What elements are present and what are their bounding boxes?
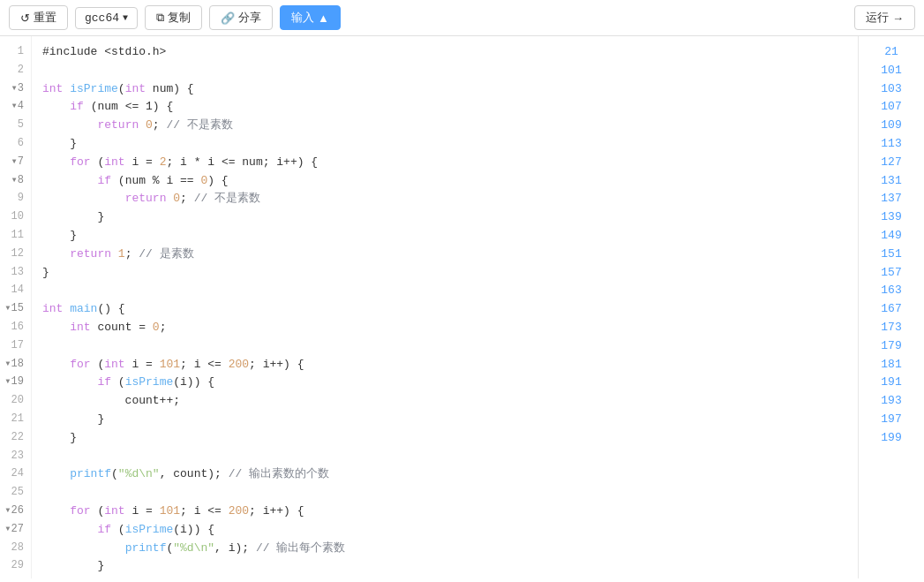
line-num-22: 22 [0, 429, 31, 448]
output-value: 139 [859, 208, 924, 227]
output-value: 197 [859, 411, 924, 429]
chevron-down-icon: ▼ [123, 13, 128, 23]
line-num-19: ▾19 [0, 374, 31, 392]
line-num-28: 28 [0, 540, 31, 558]
code-editor[interactable]: 1 2▾3▾4 5 6▾7▾8 9 10 11 12 13 14▾15 16 1… [0, 36, 858, 578]
line-num-4: ▾4 [0, 98, 31, 117]
share-button[interactable]: 🔗 分享 [209, 5, 273, 30]
toolbar: ↺ 重置 gcc64 ▼ ⧉ 复制 🔗 分享 输入 ▲ 运行 → [0, 0, 924, 36]
line-num-20: 20 [0, 392, 31, 411]
line-num-11: 11 [0, 227, 31, 246]
run-arrow-icon: → [892, 11, 904, 25]
reset-label: 重置 [34, 10, 56, 26]
compiler-selector[interactable]: gcc64 ▼ [75, 7, 138, 29]
line-numbers: 1 2▾3▾4 5 6▾7▾8 9 10 11 12 13 14▾15 16 1… [0, 36, 32, 578]
code-line-30: } [39, 576, 858, 578]
output-value: 163 [859, 282, 924, 300]
output-panel: 2110110310710911312713113713914915115716… [858, 36, 924, 578]
output-value: 151 [859, 246, 924, 264]
app-container: ↺ 重置 gcc64 ▼ ⧉ 复制 🔗 分享 输入 ▲ 运行 → 1 2▾3▾4… [0, 0, 924, 578]
output-value: 127 [859, 154, 924, 172]
line-num-8: ▾8 [0, 172, 31, 191]
output-value: 137 [859, 190, 924, 208]
line-num-17: 17 [0, 337, 31, 356]
code-line-12: return 1; // 是素数 [39, 246, 858, 264]
line-num-26: ▾26 [0, 503, 31, 521]
line-num-2: 2 [0, 62, 31, 80]
output-value: 103 [859, 80, 924, 99]
run-button[interactable]: 运行 → [854, 5, 915, 30]
chevron-up-icon: ▲ [318, 11, 329, 25]
code-line-11: } [39, 227, 858, 246]
line-num-25: 25 [0, 484, 31, 503]
code-line-21: } [39, 411, 858, 429]
output-value: 113 [859, 135, 924, 154]
code-line-1: #include <stdio.h> [39, 43, 858, 62]
code-content[interactable]: #include <stdio.h> int isPrime(int num) … [32, 36, 858, 578]
copy-icon: ⧉ [156, 11, 164, 25]
run-label: 运行 [866, 10, 889, 26]
line-num-15: ▾15 [0, 300, 31, 319]
line-num-27: ▾27 [0, 521, 31, 540]
input-label: 输入 [291, 10, 314, 26]
input-button[interactable]: 输入 ▲ [280, 5, 341, 30]
line-num-21: 21 [0, 411, 31, 429]
output-value: 173 [859, 319, 924, 337]
code-line-27: if (isPrime(i)) { [39, 521, 858, 540]
code-line-14 [39, 282, 858, 300]
code-line-19: if (isPrime(i)) { [39, 374, 858, 392]
code-line-22: } [39, 429, 858, 448]
code-line-24: printf("%d\n", count); // 输出素数的个数 [39, 465, 858, 484]
code-line-17 [39, 337, 858, 356]
share-icon: 🔗 [221, 11, 235, 25]
line-num-12: 12 [0, 246, 31, 264]
code-line-2 [39, 62, 858, 80]
line-num-18: ▾18 [0, 356, 31, 374]
reset-button[interactable]: ↺ 重置 [9, 5, 68, 30]
code-line-6: } [39, 135, 858, 154]
output-value: 21 [859, 43, 924, 62]
line-num-5: 5 [0, 117, 31, 135]
line-num-7: ▾7 [0, 154, 31, 172]
line-num-13: 13 [0, 264, 31, 283]
output-value: 157 [859, 264, 924, 283]
code-line-15: int main() { [39, 300, 858, 319]
line-num-14: 14 [0, 282, 31, 300]
line-num-10: 10 [0, 208, 31, 227]
output-value: 149 [859, 227, 924, 246]
line-num-3: ▾3 [0, 80, 31, 99]
main-area: 1 2▾3▾4 5 6▾7▾8 9 10 11 12 13 14▾15 16 1… [0, 36, 924, 578]
code-line-8: if (num % i == 0) { [39, 172, 858, 191]
code-line-3: int isPrime(int num) { [39, 80, 858, 99]
code-line-13: } [39, 264, 858, 283]
line-num-24: 24 [0, 465, 31, 484]
line-num-29: 29 [0, 557, 31, 576]
copy-label: 复制 [168, 10, 191, 26]
output-value: 181 [859, 356, 924, 374]
code-line-5: return 0; // 不是素数 [39, 117, 858, 135]
output-value: 109 [859, 117, 924, 135]
line-num-16: 16 [0, 319, 31, 337]
output-value: 179 [859, 337, 924, 356]
code-line-29: } [39, 557, 858, 576]
line-num-1: 1 [0, 43, 31, 62]
output-value: 199 [859, 429, 924, 448]
code-line-16: int count = 0; [39, 319, 858, 337]
code-line-18: for (int i = 101; i <= 200; i++) { [39, 356, 858, 374]
code-line-28: printf("%d\n", i); // 输出每个素数 [39, 540, 858, 558]
code-line-10: } [39, 208, 858, 227]
code-line-7: for (int i = 2; i * i <= num; i++) { [39, 154, 858, 172]
output-value: 101 [859, 62, 924, 80]
copy-button[interactable]: ⧉ 复制 [145, 5, 202, 30]
line-num-30: 30 [0, 576, 31, 578]
line-num-23: 23 [0, 448, 31, 466]
output-value: 167 [859, 300, 924, 319]
code-line-23 [39, 448, 858, 466]
reset-icon: ↺ [20, 11, 30, 25]
code-line-9: return 0; // 不是素数 [39, 190, 858, 208]
output-value: 191 [859, 374, 924, 392]
code-line-20: count++; [39, 392, 858, 411]
output-value: 131 [859, 172, 924, 191]
code-line-4: if (num <= 1) { [39, 98, 858, 117]
line-num-6: 6 [0, 135, 31, 154]
